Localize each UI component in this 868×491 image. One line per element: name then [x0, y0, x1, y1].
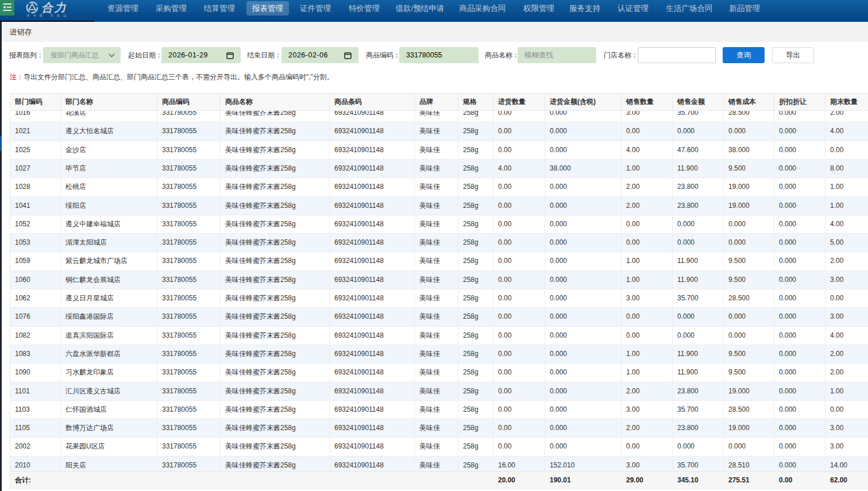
row-1-cell-10: 3.00: [622, 111, 673, 122]
row-14-cell-2: 六盘水派华新都店: [61, 345, 157, 363]
row-17-cell-6: 美味佳: [415, 401, 458, 419]
row-12-cell-8: 0.00: [493, 308, 545, 326]
nav-item-7[interactable]: 借款/预结申请: [390, 1, 450, 16]
table-row-7[interactable]: 1052遵义中建幸福城店331780055美味佳蜂蜜芥末酱258g6932410…: [10, 215, 868, 234]
header-cell-9: 进货金额(含税): [545, 94, 622, 110]
row-11-cell-13: 0.000: [774, 289, 825, 307]
table-row-4[interactable]: 1027毕节店331780055美味佳蜂蜜芥末酱258g693241090114…: [10, 160, 868, 178]
row-13-cell-8: 0.00: [493, 327, 545, 345]
product-name-label: 商品名称：: [485, 47, 519, 63]
row-4-cell-14: 8.00: [825, 160, 868, 177]
report-type-select[interactable]: 按部门商品汇总: [43, 47, 121, 63]
row-14-cell-6: 美味佳: [415, 345, 458, 363]
nav-item-4[interactable]: 报表管理: [246, 1, 289, 16]
nav-item-5[interactable]: 证件管理: [294, 1, 337, 16]
sidebar-active-indicator: [0, 136, 2, 151]
product-code-label: 商品编码：: [366, 47, 400, 63]
row-8-cell-13: 0.000: [774, 234, 825, 252]
store-name-input[interactable]: [638, 47, 716, 63]
row-14-cell-12: 9.500: [724, 345, 774, 363]
table-row-9[interactable]: 1059紫云麒龙城市广场店331780055美味佳蜂蜜芥末酱258g693241…: [10, 252, 868, 270]
row-13-cell-13: 0.000: [774, 327, 825, 345]
row-12-cell-7: 258g: [458, 308, 493, 326]
row-8-cell-8: 0.00: [493, 234, 545, 252]
row-7-cell-7: 258g: [458, 215, 493, 233]
total-cell-14: 62.00: [825, 472, 868, 488]
table-row-14[interactable]: 1083六盘水派华新都店331780055美味佳蜂蜜芥末酱258g6932410…: [10, 345, 868, 364]
row-14-cell-13: 0.000: [774, 345, 825, 363]
nav-item-3[interactable]: 结算管理: [198, 1, 241, 16]
table-row-19[interactable]: 2002花果园U区店331780055美味佳蜂蜜芥末酱258g693241090…: [10, 438, 868, 456]
table-row-2[interactable]: 1021遵义大恒名城店331780055美味佳蜂蜜芥末酱258g69324109…: [10, 122, 868, 141]
row-6-cell-1: 1041: [10, 197, 61, 215]
row-14-cell-11: 11.900: [673, 345, 724, 363]
total-cell-4: [221, 472, 330, 488]
nav-item-9[interactable]: 权限管理: [518, 1, 560, 16]
table-row-17[interactable]: 1103仁怀国酒城店331780055美味佳蜂蜜芥末酱258g693241090…: [10, 401, 868, 419]
table-row-12[interactable]: 1076绥阳鑫港国际店331780055美味佳蜂蜜芥末酱258g69324109…: [10, 308, 868, 326]
table-row-13[interactable]: 1082道真滨阳国际店331780055美味佳蜂蜜芥末酱258g69324109…: [10, 327, 868, 345]
collapsed-sidebar[interactable]: [0, 22, 2, 491]
product-code-input[interactable]: [399, 47, 479, 63]
row-2-cell-13: 0.000: [774, 122, 825, 140]
nav-item-1[interactable]: 资源管理: [102, 1, 144, 16]
row-4-cell-3: 331780055: [157, 160, 221, 177]
query-button[interactable]: 查询: [723, 47, 765, 63]
table-row-18[interactable]: 1105数博万达广场店331780055美味佳蜂蜜芥末酱258g69324109…: [10, 419, 868, 438]
start-date-input[interactable]: 2026-01-29: [161, 47, 241, 63]
end-date-label: 结束日期：: [247, 47, 281, 63]
table-row-20[interactable]: 2010阳关店331780055美味佳蜂蜜芥末酱258g693241090114…: [10, 457, 868, 471]
row-11-cell-11: 35.700: [673, 289, 724, 307]
product-name-input[interactable]: [518, 47, 596, 63]
table-row-6[interactable]: 1041绥阳店331780055美味佳蜂蜜芥末酱258g693241090114…: [10, 197, 868, 215]
table-row-16[interactable]: 1101汇川区遵义古城店331780055美味佳蜂蜜芥末酱258g6932410…: [10, 382, 868, 401]
row-16-cell-9: 0.000: [545, 382, 622, 400]
row-18-cell-11: 23.800: [673, 419, 724, 437]
nav-item-8[interactable]: 商品采购合同: [454, 1, 512, 16]
row-3-cell-3: 331780055: [157, 141, 221, 159]
header-cell-4: 商品名称: [221, 94, 330, 110]
row-15-cell-5: 6932410901148: [330, 364, 415, 381]
nav-item-2[interactable]: 采购管理: [150, 1, 192, 16]
table-row-3[interactable]: 1025金沙店331780055美味佳蜂蜜芥末酱258g693241090114…: [10, 141, 868, 160]
row-2-cell-12: 0.000: [724, 122, 774, 140]
row-4-cell-11: 11.900: [673, 160, 724, 177]
row-15-cell-11: 11.900: [673, 364, 724, 381]
table-row-5[interactable]: 1028松桃店331780055美味佳蜂蜜芥末酱258g693241090114…: [10, 178, 868, 196]
row-18-cell-10: 2.00: [622, 419, 673, 437]
header-cell-13: 折扣折让: [774, 94, 825, 110]
table-row-8[interactable]: 1053湄潭太阳城店331780055美味佳蜂蜜芥末酱258g693241090…: [10, 234, 868, 252]
total-cell-7: [458, 472, 493, 488]
row-3-cell-13: 0.000: [774, 141, 825, 159]
row-5-cell-14: 1.00: [825, 178, 868, 196]
row-18-cell-8: 0.00: [493, 419, 545, 437]
row-10-cell-8: 0.00: [493, 271, 545, 289]
row-15-cell-3: 331780055: [157, 364, 221, 381]
brand-name: 合力: [41, 1, 67, 14]
row-17-cell-8: 0.00: [493, 401, 545, 419]
nav-item-13[interactable]: 新品管理: [723, 1, 766, 16]
row-7-cell-11: 0.000: [673, 215, 724, 233]
nav-item-11[interactable]: 认证管理: [612, 1, 654, 16]
tab-inventory-report[interactable]: 进销存: [10, 22, 32, 42]
row-1-cell-13: 0.000: [774, 111, 825, 122]
row-19-cell-12: 0.000: [724, 438, 774, 455]
table-row-1[interactable]: 1016花溪店331780055美味佳蜂蜜芥末酱258g693241090114…: [10, 111, 868, 122]
nav-item-10[interactable]: 服务支持: [564, 1, 606, 16]
tab-bar: 进销存: [2, 22, 868, 42]
end-date-input[interactable]: 2026-02-06: [281, 47, 358, 63]
export-note: 注：导出文件分部门汇总、商品汇总、部门商品汇总三个表，不需分开导出。输入多个商品…: [10, 73, 334, 82]
row-10-cell-5: 6932410901148: [330, 271, 415, 289]
export-button[interactable]: 导出: [772, 47, 814, 63]
table-row-10[interactable]: 1060铜仁麒龙会展城店331780055美味佳蜂蜜芥末酱258g6932410…: [10, 271, 868, 289]
brand-tagline: 合为贵 力无边: [26, 14, 70, 18]
row-14-cell-14: 2.00: [825, 345, 868, 363]
row-11-cell-14: 0.00: [825, 289, 868, 307]
sidebar-collapse-button[interactable]: [0, 0, 14, 16]
table-row-15[interactable]: 1090习水麒龙印象店331780055美味佳蜂蜜芥末酱258g69324109…: [10, 364, 868, 382]
row-8-cell-9: 0.000: [545, 234, 622, 252]
table-row-11[interactable]: 1062遵义日月星城店331780055美味佳蜂蜜芥末酱258g69324109…: [10, 289, 868, 308]
nav-item-6[interactable]: 特价管理: [343, 1, 385, 16]
nav-item-12[interactable]: 生活广场合同: [661, 1, 719, 16]
row-1-cell-1: 1016: [10, 111, 61, 122]
